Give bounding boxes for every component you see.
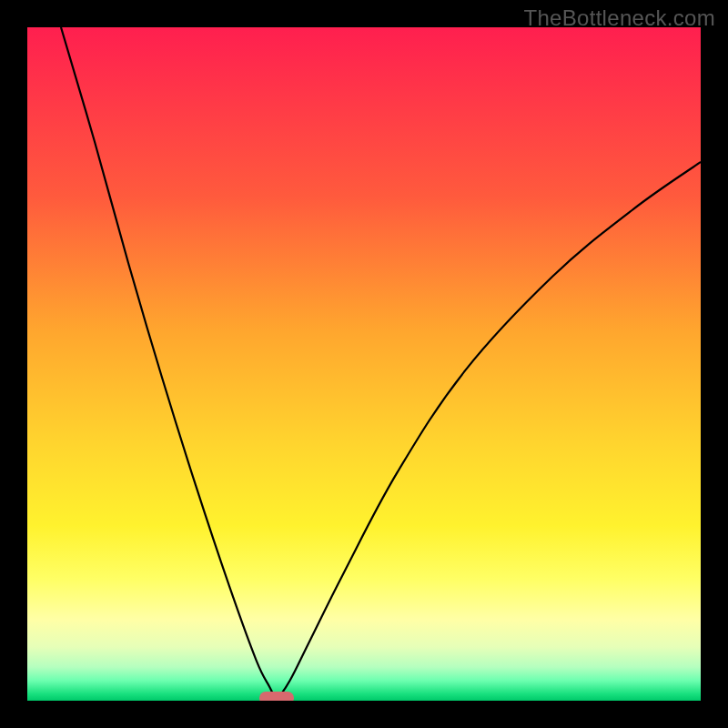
watermark-text: TheBottleneck.com bbox=[523, 5, 715, 31]
bottleneck-curve bbox=[27, 27, 701, 701]
chart-frame: TheBottleneck.com bbox=[0, 0, 728, 728]
optimum-marker bbox=[259, 692, 294, 701]
plot-area bbox=[27, 27, 701, 701]
